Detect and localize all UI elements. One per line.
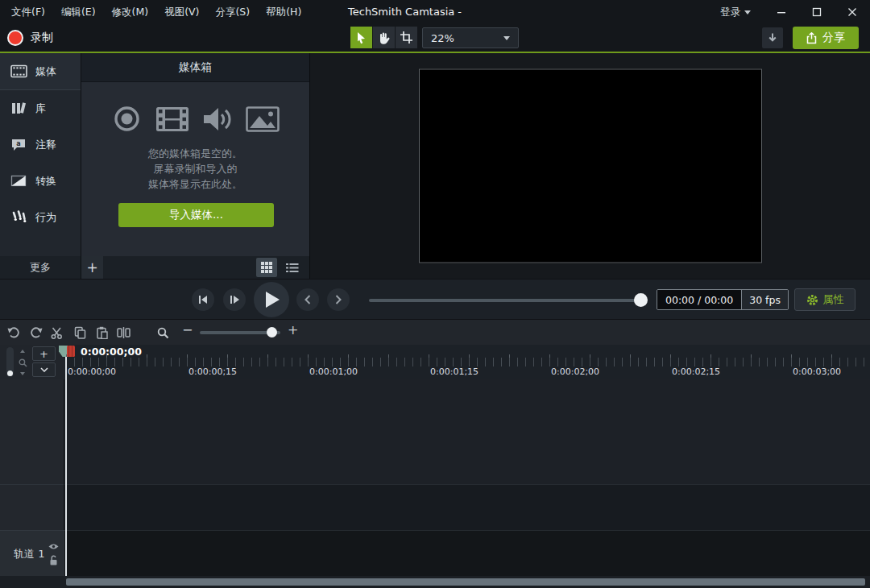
track-visibility-toggle[interactable] [48, 540, 59, 553]
undo-button[interactable] [6, 325, 21, 340]
playback-bar: 00:00 / 00:00 30 fps 属性 [0, 279, 870, 319]
track-column-divider [0, 484, 64, 485]
timeline-ruler[interactable]: 0:00:00;00 0:00:00;00 0:00:00;15 0:00:01… [66, 345, 870, 379]
chevron-left-icon [304, 295, 311, 304]
track-zoom-control[interactable] [18, 350, 27, 375]
preview-canvas[interactable] [419, 69, 762, 263]
sidebar-item-library[interactable]: 库 [0, 90, 81, 126]
next-marker-button[interactable] [327, 288, 350, 311]
media-bin-panel: 媒体箱 [81, 53, 310, 279]
login-button[interactable]: 登录 [720, 6, 751, 19]
media-bin-title-label: 媒体箱 [179, 60, 213, 75]
crop-tool-button[interactable] [396, 27, 417, 48]
zoom-level-value: 22% [431, 32, 454, 44]
maximize-button[interactable] [799, 0, 835, 24]
timeline-zoom-icon [155, 325, 170, 340]
timeline-scrollbar-thumb[interactable] [66, 578, 865, 586]
menu-modify[interactable]: 修改(M) [104, 6, 157, 19]
cut-button[interactable] [50, 325, 64, 340]
chevron-down-icon [744, 10, 751, 14]
paste-icon [96, 326, 108, 339]
speaker-icon [203, 106, 232, 132]
step-backward-icon [198, 295, 208, 304]
pan-tool-button[interactable] [373, 27, 395, 48]
copy-icon [74, 326, 86, 339]
ruler-label: 0:00:01;15 [430, 366, 478, 377]
timeline-zoom-out-button[interactable]: − [182, 322, 193, 337]
sidebar-item-label: 库 [35, 101, 46, 116]
sidebar-item-annotations[interactable]: a 注释 [0, 126, 81, 163]
grid-view-button[interactable] [256, 258, 277, 277]
track-lock-toggle[interactable] [49, 555, 58, 568]
select-tool-button[interactable] [350, 27, 372, 48]
step-forward-icon [230, 295, 239, 304]
timeline-scrollbar [0, 576, 870, 588]
media-bin-empty-text: 您的媒体箱是空的。 屏幕录制和导入的 媒体将显示在此处。 [81, 146, 309, 192]
timeline-header: + 0:00:00;00 0:00:00;00 0:00:00;15 0:00:… [0, 345, 870, 379]
play-button[interactable] [254, 282, 289, 317]
track-1-content[interactable] [64, 530, 870, 576]
previous-marker-button[interactable] [296, 288, 319, 311]
copy-button[interactable] [72, 325, 87, 340]
minimize-button[interactable] [764, 0, 799, 24]
timeline-empty-row[interactable] [64, 484, 870, 530]
media-bin-footer: + [81, 256, 309, 279]
sidebar-item-transitions[interactable]: 转换 [0, 163, 81, 199]
close-button[interactable] [835, 0, 870, 24]
timeline-empty-area[interactable] [64, 379, 870, 484]
add-media-button[interactable]: + [81, 256, 103, 279]
track-options-button[interactable] [32, 362, 56, 377]
empty-text-line: 屏幕录制和导入的 [81, 161, 309, 176]
zoom-level-select[interactable]: 22% [422, 27, 519, 48]
redo-button[interactable] [29, 325, 44, 340]
timeline-zoom-in-button[interactable]: + [288, 322, 298, 337]
undo-icon [7, 327, 20, 338]
zoom-down-icon [20, 372, 25, 375]
seek-slider[interactable] [369, 299, 643, 302]
sidebar-more-button[interactable]: 更多 [0, 256, 81, 279]
menu-file[interactable]: 文件(F) [3, 6, 53, 19]
minimize-icon [777, 7, 786, 17]
export-local-button[interactable] [762, 27, 783, 48]
share-button[interactable]: 分享 [793, 27, 859, 49]
step-forward-button[interactable] [223, 288, 246, 311]
menu-share[interactable]: 分享(S) [207, 6, 258, 19]
record-button[interactable]: 录制 [7, 27, 53, 48]
close-icon [847, 7, 857, 17]
timeline-body: 轨道 1 [0, 379, 870, 576]
track-height-slider-handle[interactable] [7, 371, 13, 376]
list-view-button[interactable] [282, 258, 303, 277]
menu-edit[interactable]: 编辑(E) [53, 6, 104, 19]
import-media-label: 导入媒体... [169, 208, 223, 222]
fps-display: 30 fps [741, 290, 788, 309]
add-track-button[interactable]: + [32, 346, 56, 361]
hand-icon [378, 31, 390, 44]
paste-button[interactable] [94, 325, 109, 340]
download-icon [767, 32, 778, 43]
canvas-tools [350, 27, 418, 48]
track-height-slider[interactable] [6, 347, 14, 377]
ruler-label: 0:00:02;15 [672, 366, 720, 377]
share-label: 分享 [822, 31, 845, 45]
menu-items: 文件(F) 编辑(E) 修改(M) 视图(V) 分享(S) 帮助(H) [3, 0, 309, 24]
step-backward-button[interactable] [192, 288, 214, 311]
properties-button[interactable]: 属性 [794, 288, 856, 311]
lock-open-icon [49, 555, 58, 565]
split-button[interactable] [116, 325, 130, 340]
chevron-down-icon [503, 36, 510, 40]
svg-text:a: a [16, 140, 20, 147]
current-time: 00:00 / 00:00 [657, 290, 741, 309]
ruler-minor-ticks [66, 358, 870, 366]
seek-slider-handle[interactable] [634, 293, 648, 307]
import-media-button[interactable]: 导入媒体... [118, 203, 274, 227]
track-1-header[interactable]: 轨道 1 [0, 530, 64, 576]
timeline-zoom-slider-handle[interactable] [267, 327, 277, 337]
menu-help[interactable]: 帮助(H) [258, 6, 309, 19]
sidebar: 媒体 库 a 注释 [0, 53, 81, 279]
record-circle-icon [112, 104, 142, 134]
menu-view[interactable]: 视图(V) [156, 6, 207, 19]
record-label: 录制 [31, 31, 53, 45]
sidebar-item-behaviors[interactable]: 行为 [0, 199, 81, 235]
playhead-line[interactable] [65, 357, 67, 577]
sidebar-item-media[interactable]: 媒体 [0, 53, 81, 90]
